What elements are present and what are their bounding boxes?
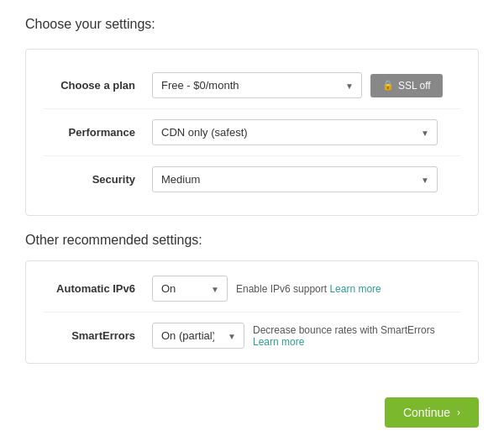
ssl-button[interactable]: 🔒 SSL off [370, 74, 443, 97]
continue-label: Continue [403, 406, 450, 419]
main-settings-section: Choose a plan Free - $0/month Pro - $20/… [25, 49, 479, 216]
chevron-right-icon: › [457, 407, 460, 418]
ipv6-row: Automatic IPv6 On Off Enable IPv6 suppor… [43, 265, 461, 313]
ipv6-desc-text: Enable IPv6 support [236, 283, 327, 295]
ipv6-description: Enable IPv6 support Learn more [236, 283, 381, 295]
page-container: Choose your settings: Choose a plan Free… [0, 0, 504, 436]
ipv6-label: Automatic IPv6 [43, 282, 152, 295]
smart-errors-learn-more-link[interactable]: Learn more [253, 336, 304, 348]
security-row: Security Low Medium High I'm Under Attac… [43, 156, 461, 202]
security-select[interactable]: Low Medium High I'm Under Attack! [152, 166, 438, 192]
smart-errors-select-wrapper: On (partial) On Off [152, 323, 244, 349]
continue-button[interactable]: Continue › [385, 397, 479, 428]
plan-control: Free - $0/month Pro - $20/month Business… [152, 72, 461, 98]
smart-errors-desc-text: Decrease bounce rates with SmartErrors [253, 324, 435, 336]
ipv6-learn-more-link[interactable]: Learn more [329, 283, 381, 295]
smart-errors-label: SmartErrors [43, 329, 152, 342]
main-section-title: Choose your settings: [25, 17, 479, 32]
ssl-button-label: SSL off [398, 80, 431, 92]
ipv6-select[interactable]: On Off [152, 276, 228, 302]
other-section-title: Other recommended settings: [25, 233, 479, 248]
plan-row: Choose a plan Free - $0/month Pro - $20/… [43, 62, 461, 109]
performance-label: Performance [43, 126, 152, 139]
performance-row: Performance CDN only (safest) CDN + Basi… [43, 109, 461, 156]
ipv6-control: On Off Enable IPv6 support Learn more [152, 276, 461, 302]
smart-errors-select[interactable]: On (partial) On Off [152, 323, 244, 349]
plan-label: Choose a plan [43, 79, 152, 92]
performance-select[interactable]: CDN only (safest) CDN + Basic Optimizati… [152, 119, 438, 145]
smart-errors-description: Decrease bounce rates with SmartErrors L… [253, 324, 461, 348]
performance-select-wrapper: CDN only (safest) CDN + Basic Optimizati… [152, 119, 438, 145]
other-settings-section: Automatic IPv6 On Off Enable IPv6 suppor… [25, 260, 479, 364]
plan-select-wrapper: Free - $0/month Pro - $20/month Business… [152, 72, 362, 98]
smart-errors-row: SmartErrors On (partial) On Off Decrease… [43, 313, 461, 359]
footer-row: Continue › [25, 389, 479, 436]
security-label: Security [43, 173, 152, 186]
plan-select[interactable]: Free - $0/month Pro - $20/month Business… [152, 72, 362, 98]
lock-icon: 🔒 [382, 80, 394, 91]
performance-control: CDN only (safest) CDN + Basic Optimizati… [152, 119, 461, 145]
smart-errors-control: On (partial) On Off Decrease bounce rate… [152, 323, 461, 349]
security-control: Low Medium High I'm Under Attack! [152, 166, 461, 192]
ipv6-select-wrapper: On Off [152, 276, 228, 302]
security-select-wrapper: Low Medium High I'm Under Attack! [152, 166, 438, 192]
